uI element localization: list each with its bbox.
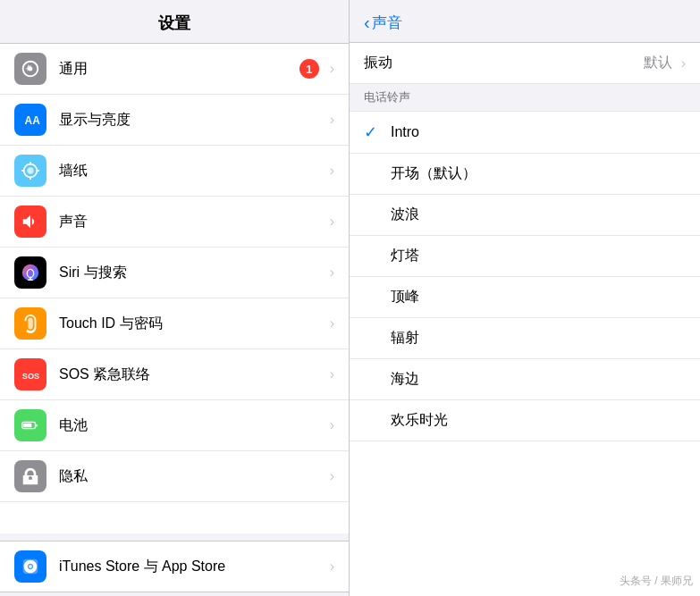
settings-list: 通用 1 › AA 显示与亮度 › 墙纸 › 声音 [0,44,349,533]
vibration-value: 默认 [644,54,672,72]
ringtone-item-fushe[interactable]: 辐射 [350,318,700,359]
siri-icon [14,256,46,289]
left-panel: 设置 通用 1 › AA 显示与亮度 › [0,0,350,596]
sidebar-item-display[interactable]: AA 显示与亮度 › [0,95,349,146]
right-header: ‹ 声音 电话铃声 [350,0,700,43]
ringtone-label-kaichang: 开场（默认） [391,164,686,183]
chevron-battery: › [330,417,334,433]
ringtone-label-bolang: 波浪 [391,206,686,224]
section-header: 电话铃声 [350,84,700,112]
right-panel: ‹ 声音 电话铃声 振动 默认 › 电话铃声 ✓ Intro 开场（默认） 波浪 [350,0,700,596]
itunes-label: iTunes Store 与 App Store [59,558,326,576]
sidebar-item-touchid[interactable]: Touch ID 与密码 › [0,298,349,349]
ringtone-list: 振动 默认 › 电话铃声 ✓ Intro 开场（默认） 波浪 灯塔 顶峰 辐射 … [350,43,700,596]
chevron-general: › [330,61,334,77]
ringtone-item-huanle[interactable]: 欢乐时光 [350,400,700,441]
item-label-touchid: Touch ID 与密码 [59,315,326,333]
back-label: 声音 [372,13,402,33]
vibration-item[interactable]: 振动 默认 › [350,43,700,84]
general-icon [14,53,46,85]
itunes-icon [14,550,46,583]
svg-text:AA: AA [25,114,40,127]
ringtone-label-dengta: 灯塔 [391,247,686,265]
wallpaper-icon [14,155,46,187]
item-label-wallpaper: 墙纸 [59,162,326,180]
back-button[interactable]: ‹ 声音 [364,13,402,33]
ringtone-item-dengta[interactable]: 灯塔 [350,236,700,277]
ringtone-label-dingjie: 顶峰 [391,288,686,306]
sidebar-item-wallpaper[interactable]: 墙纸 › [0,146,349,197]
privacy-icon [14,460,46,492]
battery-icon [14,409,46,441]
vibration-label: 振动 [364,54,644,72]
chevron-sounds: › [330,214,334,230]
ringtone-item-bolang[interactable]: 波浪 [350,195,700,236]
chevron-sos: › [330,366,334,382]
ringtone-item-haibian[interactable]: 海边 [350,359,700,400]
section-header-label: 电话铃声 [364,90,410,104]
main-container: 设置 通用 1 › AA 显示与亮度 › [0,0,700,596]
back-chevron-icon: ‹ [364,13,370,33]
sidebar-item-itunes[interactable]: iTunes Store 与 App Store › [0,541,349,592]
item-label-general: 通用 [59,60,299,79]
left-title: 设置 [158,14,190,32]
watermark: 头条号 / 果师兄 [620,574,693,589]
item-label-siri: Siri 与搜索 [59,264,326,282]
chevron-siri: › [330,264,334,281]
sidebar-item-sos[interactable]: SOS SOS 紧急联络 › [0,349,349,400]
sidebar-item-privacy[interactable]: 隐私 › [0,451,349,502]
ringtone-label-fushe: 辐射 [391,329,686,348]
sidebar-item-battery[interactable]: 电池 › [0,400,349,451]
ringtone-label-intro: Intro [391,124,686,140]
left-footer: iTunes Store 与 App Store › [0,533,349,596]
chevron-display: › [330,112,334,128]
touchid-icon [14,307,46,340]
sounds-icon [14,206,46,238]
display-icon: AA [14,104,46,136]
item-label-sos: SOS 紧急联络 [59,365,326,384]
svg-rect-16 [23,424,31,428]
left-header: 设置 [0,0,349,44]
sidebar-item-general[interactable]: 通用 1 › [0,44,349,95]
item-label-privacy: 隐私 [59,467,326,486]
item-label-sounds: 声音 [59,213,326,231]
svg-point-4 [27,167,33,173]
sos-icon: SOS [14,358,46,390]
checkmark-intro: ✓ [364,122,382,142]
badge-general: 1 [299,59,319,79]
svg-rect-15 [36,424,38,427]
chevron-wallpaper: › [330,163,334,179]
ringtone-item-intro[interactable]: ✓ Intro [350,112,700,154]
ringtone-label-huanle: 欢乐时光 [391,411,686,430]
ringtone-label-haibian: 海边 [391,370,686,389]
item-label-display: 显示与亮度 [59,111,326,130]
ringtone-item-kaichang[interactable]: 开场（默认） [350,154,700,195]
sidebar-item-sounds[interactable]: 声音 › [0,197,349,248]
vibration-chevron: › [681,55,686,71]
ringtone-item-dingjie[interactable]: 顶峰 [350,277,700,318]
ringtone-items-container: ✓ Intro 开场（默认） 波浪 灯塔 顶峰 辐射 海边 欢乐时光 [350,112,700,441]
svg-point-18 [29,565,32,568]
sidebar-item-siri[interactable]: Siri 与搜索 › [0,248,349,298]
chevron-privacy: › [330,468,334,484]
svg-text:SOS: SOS [22,372,39,381]
item-label-battery: 电池 [59,416,326,435]
itunes-chevron: › [330,558,334,575]
chevron-touchid: › [330,315,334,332]
